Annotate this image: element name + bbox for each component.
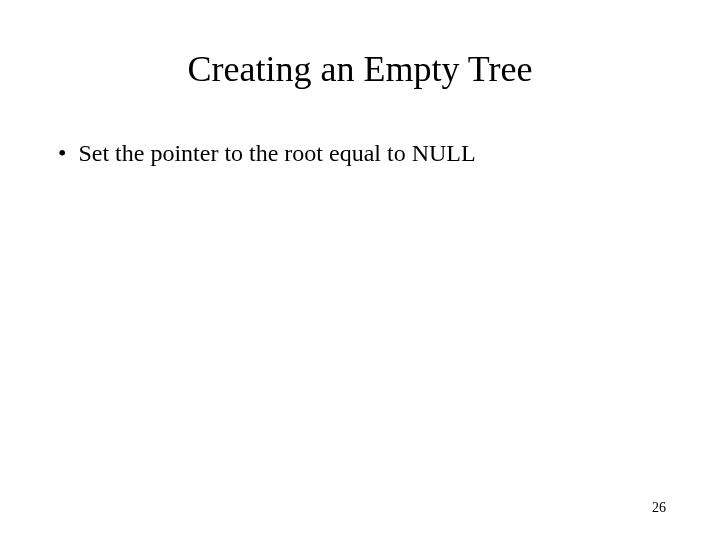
list-item: • Set the pointer to the root equal to N… <box>58 138 662 169</box>
bullet-icon: • <box>58 138 66 169</box>
slide-title: Creating an Empty Tree <box>0 48 720 90</box>
bullet-list: • Set the pointer to the root equal to N… <box>58 138 662 169</box>
page-number: 26 <box>652 500 666 516</box>
bullet-text: Set the pointer to the root equal to NUL… <box>78 138 662 169</box>
